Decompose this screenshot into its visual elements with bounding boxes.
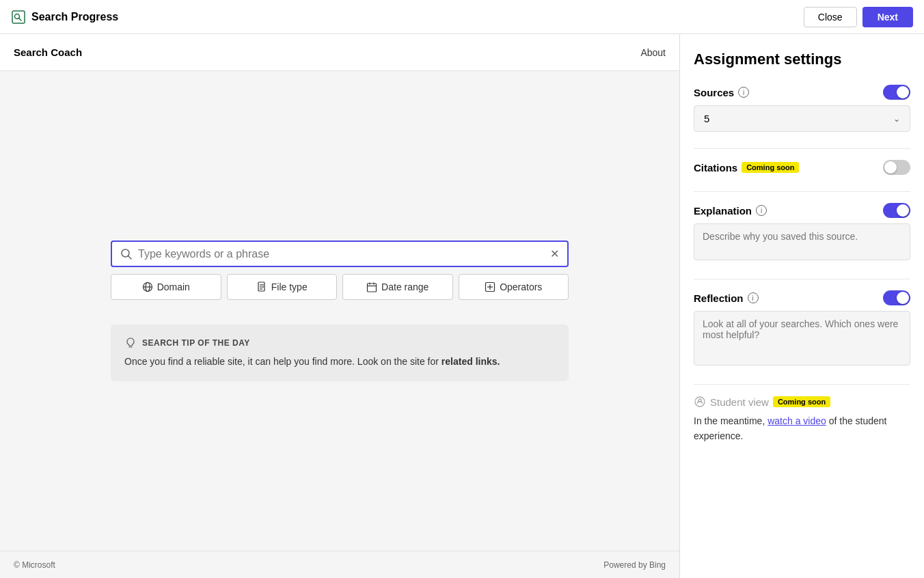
domain-label: Domain [157,281,190,292]
sources-label-group: Sources i [694,87,749,98]
search-icon [120,248,133,260]
operators-icon [485,281,495,292]
footer-powered-by: Powered by Bing [603,560,666,570]
citations-label-group: Citations Coming soon [694,162,799,174]
student-view-text: In the meantime, watch a video of the st… [694,413,910,444]
filter-buttons: Domain File type [111,274,569,300]
tip-text-bold: related links. [441,356,500,367]
topbar-buttons: Close Next [804,7,913,27]
sources-toggle[interactable] [883,85,910,100]
search-input[interactable] [138,248,545,260]
reflection-header: Reflection i [694,290,910,305]
about-link[interactable]: About [640,47,666,58]
student-view-section: Student view Coming soon In the meantime… [694,396,910,444]
daterange-icon [366,281,377,292]
citations-setting: Citations Coming soon [694,160,910,175]
explanation-toggle[interactable] [883,203,910,218]
sources-dropdown[interactable]: 5 ⌄ [694,105,910,132]
sources-info-icon[interactable]: i [738,87,749,98]
operators-filter-button[interactable]: Operators [459,274,569,300]
citations-label: Citations [694,162,737,174]
sources-toggle-thumb [897,86,909,98]
explanation-textarea[interactable] [694,223,910,260]
search-tip-box: SEARCH TIP OF THE DAY Once you find a re… [111,325,569,381]
svg-line-2 [19,18,22,20]
search-coach-title: Search Coach [14,46,82,58]
left-panel: Search Coach About ✕ [0,34,680,578]
reflection-toggle[interactable] [883,290,910,305]
student-view-header: Student view Coming soon [694,396,910,408]
explanation-header: Explanation i [694,203,910,218]
divider-2 [694,191,910,192]
sources-setting: Sources i 5 ⌄ [694,85,910,132]
student-view-badge: Coming soon [773,396,830,407]
filetype-icon [256,281,267,292]
search-box-wrapper: ✕ Domain [111,240,569,300]
divider-4 [694,384,910,385]
student-view-icon [694,396,706,408]
left-panel-footer: © Microsoft Powered by Bing [0,551,679,578]
reflection-info-icon[interactable]: i [748,292,759,303]
sources-header: Sources i [694,85,910,100]
citations-toggle-thumb [884,161,897,174]
explanation-info-icon[interactable]: i [756,205,767,216]
tip-lightbulb-icon [124,337,137,349]
topbar-left: Search Progress [11,10,118,25]
chevron-down-icon: ⌄ [893,114,900,124]
domain-icon [142,281,153,292]
left-panel-header: Search Coach About [0,34,679,71]
reflection-toggle-thumb [897,292,909,304]
svg-point-21 [698,399,701,402]
sources-dropdown-value: 5 [704,113,709,124]
daterange-label: Date range [381,281,429,292]
footer-copyright: © Microsoft [14,560,55,570]
svg-rect-12 [368,284,377,292]
search-area: ✕ Domain [0,71,679,551]
search-progress-icon [11,10,26,25]
citations-toggle [883,160,910,175]
student-view-text-before: In the meantime, [694,415,767,426]
reflection-setting: Reflection i [694,290,910,368]
student-view-label: Student view [710,396,769,408]
search-clear-icon[interactable]: ✕ [550,247,559,260]
sources-label: Sources [694,87,734,98]
close-button[interactable]: Close [804,7,857,27]
watch-video-link[interactable]: watch a video [767,415,826,426]
operators-label: Operators [500,281,542,292]
svg-rect-0 [12,11,25,23]
reflection-label: Reflection [694,292,744,304]
daterange-filter-button[interactable]: Date range [342,274,453,300]
reflection-textarea[interactable] [694,311,910,366]
divider-1 [694,148,910,149]
tip-label: SEARCH TIP OF THE DAY [142,338,250,348]
citations-coming-soon-badge: Coming soon [742,162,799,173]
svg-line-4 [128,256,132,259]
search-tip-header: SEARCH TIP OF THE DAY [124,337,555,349]
domain-filter-button[interactable]: Domain [111,274,221,300]
topbar-title: Search Progress [31,11,118,23]
assignment-settings-title: Assignment settings [694,51,910,68]
topbar: Search Progress Close Next [0,0,924,34]
explanation-setting: Explanation i [694,203,910,262]
divider-3 [694,279,910,279]
reflection-label-group: Reflection i [694,292,759,304]
tip-text: Once you find a reliable site, it can he… [124,355,555,369]
explanation-label: Explanation [694,205,752,217]
explanation-toggle-thumb [897,204,909,217]
filetype-label: File type [271,281,308,292]
main-layout: Search Coach About ✕ [0,34,924,578]
explanation-label-group: Explanation i [694,205,767,217]
tip-text-before: Once you find a reliable site, it can he… [124,356,441,367]
citations-header: Citations Coming soon [694,160,910,175]
right-panel: Assignment settings Sources i 5 ⌄ [680,34,924,578]
search-input-container: ✕ [111,240,569,267]
filetype-filter-button[interactable]: File type [227,274,338,300]
next-button[interactable]: Next [862,7,913,27]
